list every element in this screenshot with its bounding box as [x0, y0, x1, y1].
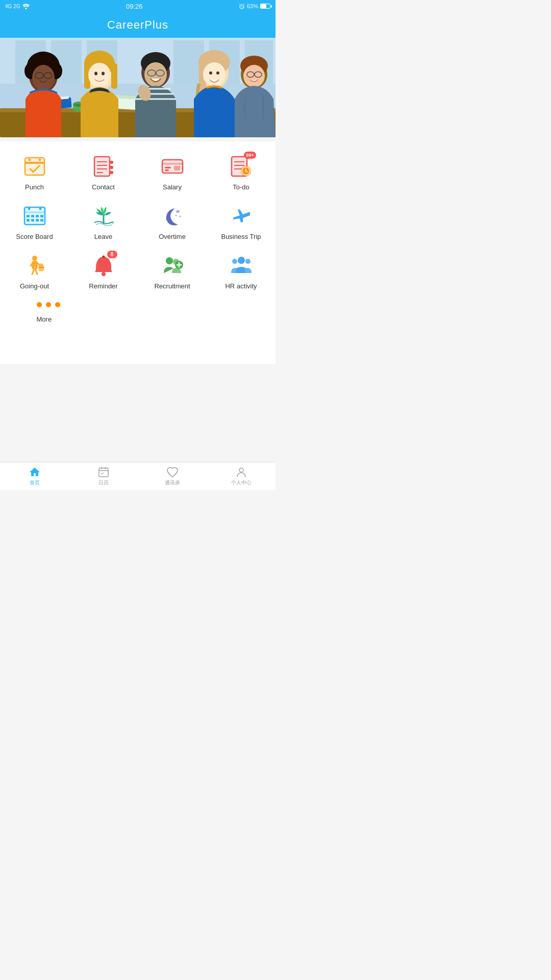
goingout-label: Going-out [20, 282, 49, 290]
nav-profile[interactable]: 个人中心 [207, 462, 276, 490]
nav-contacts-label: 通讯录 [165, 479, 180, 486]
svg-rect-59 [25, 158, 44, 175]
svg-rect-119 [99, 468, 108, 477]
recruitment-item[interactable]: Recruitment [138, 246, 207, 295]
svg-rect-93 [36, 215, 39, 217]
svg-point-116 [238, 257, 245, 264]
svg-point-102 [175, 215, 177, 216]
recruitment-label: Recruitment [154, 282, 190, 290]
svg-point-50 [216, 71, 219, 75]
content-spacer [0, 333, 276, 364]
svg-point-109 [102, 272, 106, 276]
punch-icon [22, 154, 47, 179]
reminder-icon: 8 [91, 253, 116, 278]
svg-rect-75 [162, 163, 183, 165]
icons-section: Punch Contact [0, 141, 276, 333]
salary-item[interactable]: Salary [138, 146, 207, 196]
contact-label: Contact [92, 183, 115, 191]
svg-point-48 [203, 62, 226, 87]
hractivity-item[interactable]: HR activity [207, 246, 276, 295]
home-icon [29, 466, 41, 478]
svg-rect-61 [25, 162, 44, 164]
signal-text: 4G 2G [5, 4, 20, 9]
nav-home-label: 首页 [30, 479, 40, 486]
svg-point-110 [102, 256, 105, 258]
scoreboard-item[interactable]: Score Board [0, 196, 69, 246]
svg-rect-30 [111, 63, 117, 89]
banner-svg [0, 38, 276, 137]
todo-label: To-do [233, 183, 249, 191]
nav-profile-label: 个人中心 [231, 479, 252, 486]
svg-point-31 [88, 63, 111, 87]
clock-time: 09:26 [126, 3, 143, 10]
contact-item[interactable]: Contact [69, 146, 138, 196]
svg-marker-104 [176, 209, 180, 213]
svg-point-62 [28, 159, 31, 161]
todo-badge: 99+ [244, 152, 256, 159]
todo-item[interactable]: 99+ To-do [207, 146, 276, 196]
goingout-icon [22, 253, 47, 278]
salary-icon [160, 154, 185, 179]
nav-contacts[interactable]: 通讯录 [138, 462, 207, 490]
app-header: CareerPlus [0, 12, 276, 38]
svg-point-99 [28, 208, 30, 210]
more-dots [31, 302, 60, 307]
svg-point-63 [38, 159, 41, 161]
svg-rect-76 [165, 167, 171, 168]
leave-item[interactable]: Leave [69, 196, 138, 246]
svg-point-103 [179, 216, 181, 217]
punch-label: Punch [25, 183, 44, 191]
wifi-icon [22, 3, 30, 9]
svg-rect-72 [110, 171, 113, 174]
person-icon [235, 466, 247, 478]
overtime-item[interactable]: Overtime [138, 196, 207, 246]
status-bar: 4G 2G 09:26 63% [0, 0, 276, 12]
bottom-nav: 首页 日历 通讯录 个人中心 [0, 462, 276, 490]
businesstrip-label: Business Trip [221, 233, 261, 240]
banner-image [0, 38, 276, 137]
salary-label: Salary [163, 183, 182, 191]
scoreboard-icon [22, 203, 47, 229]
svg-point-0 [26, 8, 27, 9]
battery-percent: 63% [247, 3, 258, 9]
more-item[interactable]: More [0, 295, 276, 328]
heart-icon [166, 466, 179, 478]
calendar-icon [97, 466, 110, 478]
divider-top [0, 137, 276, 141]
nav-calendar-label: 日历 [98, 479, 109, 486]
nav-home[interactable]: 首页 [0, 462, 69, 490]
dot-1 [37, 302, 42, 307]
app-title: CareerPlus [107, 18, 168, 32]
svg-rect-92 [31, 215, 34, 217]
svg-rect-97 [36, 219, 39, 222]
reminder-item[interactable]: 8 Reminder [69, 246, 138, 295]
leave-icon [91, 203, 116, 229]
svg-point-111 [166, 257, 173, 264]
leave-label: Leave [94, 233, 112, 240]
overtime-label: Overtime [159, 233, 186, 240]
svg-rect-106 [39, 265, 44, 271]
more-label: More [31, 315, 52, 323]
svg-point-117 [232, 259, 237, 264]
battery-icon [260, 4, 270, 9]
svg-point-123 [239, 468, 243, 472]
todo-icon: 99+ [229, 154, 254, 179]
businesstrip-item[interactable]: Business Trip [207, 196, 276, 246]
hractivity-icon [229, 253, 254, 278]
dot-2 [46, 302, 51, 307]
nav-calendar[interactable]: 日历 [69, 462, 138, 490]
punch-item[interactable]: Punch [0, 146, 69, 196]
svg-rect-90 [24, 211, 45, 213]
reminder-badge: 8 [107, 251, 117, 258]
svg-rect-98 [40, 219, 43, 222]
svg-point-105 [32, 256, 37, 261]
alarm-icon [239, 3, 245, 9]
hractivity-label: HR activity [225, 282, 257, 290]
svg-rect-71 [110, 166, 113, 169]
svg-point-100 [39, 208, 41, 210]
recruitment-icon [160, 253, 185, 278]
svg-rect-70 [110, 161, 113, 164]
svg-rect-64 [94, 157, 110, 176]
reminder-label: Reminder [89, 282, 117, 290]
goingout-item[interactable]: Going-out [0, 246, 69, 295]
